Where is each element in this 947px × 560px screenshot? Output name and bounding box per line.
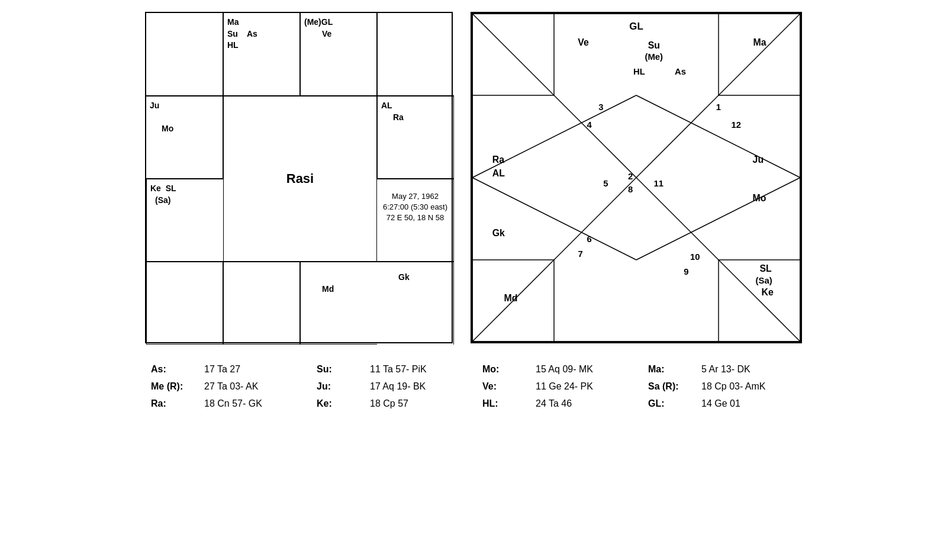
cell-r1c2-hl: HL bbox=[227, 40, 239, 50]
val-mo: 15 Aq 09- MK bbox=[536, 361, 648, 378]
svg-text:5: 5 bbox=[603, 179, 608, 188]
val-ma: 5 Ar 13- DK bbox=[701, 361, 814, 378]
cell-r1c3-megl: (Me)GL bbox=[304, 17, 333, 27]
label-ke: Ke: bbox=[317, 395, 370, 413]
svg-text:10: 10 bbox=[690, 252, 700, 262]
val-sa: 18 Cp 03- AmK bbox=[701, 378, 814, 395]
svg-text:As: As bbox=[675, 67, 686, 76]
svg-text:Ra: Ra bbox=[492, 155, 504, 165]
cell-r3c1-ke: Ke bbox=[150, 184, 161, 193]
label-me: Me (R): bbox=[151, 378, 204, 395]
svg-text:Gk: Gk bbox=[492, 228, 505, 238]
cell-r3c4-date: May 27, 19626:27:00 (5:30 east)72 E 50, … bbox=[383, 192, 447, 222]
val-as: 17 Ta 27 bbox=[204, 361, 317, 378]
label-mo: Mo: bbox=[482, 361, 536, 378]
cell-r1c2: Ma Su As HL bbox=[223, 13, 300, 96]
cell-r4c3: Md bbox=[300, 262, 377, 345]
svg-text:Mo: Mo bbox=[753, 193, 766, 203]
square-rasi-chart: Ma Su As HL (Me)GL Ve Ju Mo Rasi bbox=[145, 12, 453, 343]
data-row-1: As: 17 Ta 27 Su: 11 Ta 57- PiK Mo: 15 Aq… bbox=[151, 361, 796, 378]
rasi-title: Rasi bbox=[286, 168, 314, 189]
cell-r1c1 bbox=[146, 13, 223, 96]
label-ve: Ve: bbox=[482, 378, 536, 395]
val-su: 11 Ta 57- PiK bbox=[370, 361, 482, 378]
diamond-chart: GL Su (Me) HL As Ve Ma 3 4 1 12 Ra AL Ju… bbox=[471, 12, 802, 343]
data-row-2: Me (R): 27 Ta 03- AK Ju: 17 Aq 19- BK Ve… bbox=[151, 378, 796, 395]
svg-text:Md: Md bbox=[504, 293, 518, 303]
svg-text:1: 1 bbox=[716, 102, 721, 112]
svg-text:2: 2 bbox=[628, 172, 633, 181]
data-row-3: Ra: 18 Cn 57- GK Ke: 18 Cp 57 HL: 24 Ta … bbox=[151, 395, 796, 413]
cell-r1c3: (Me)GL Ve bbox=[300, 13, 377, 96]
cell-r2c1: Ju Mo bbox=[146, 96, 223, 179]
label-su: Su: bbox=[317, 361, 370, 378]
label-ju: Ju: bbox=[317, 378, 370, 395]
val-ve: 11 Ge 24- PK bbox=[536, 378, 648, 395]
svg-text:Ju: Ju bbox=[753, 155, 764, 165]
label-as: As: bbox=[151, 361, 204, 378]
label-ra: Ra: bbox=[151, 395, 204, 413]
svg-text:11: 11 bbox=[653, 179, 663, 188]
cell-r3c1-sa: (Sa) bbox=[155, 195, 170, 205]
svg-text:12: 12 bbox=[732, 120, 742, 130]
cell-center: Rasi bbox=[223, 96, 377, 262]
cell-r2c4-ra: Ra bbox=[393, 112, 404, 122]
svg-text:SL: SL bbox=[760, 263, 772, 273]
cell-r1c3-ve: Ve bbox=[322, 29, 331, 38]
svg-text:AL: AL bbox=[492, 168, 505, 178]
cell-r2c4-al: AL bbox=[381, 101, 392, 110]
svg-text:3: 3 bbox=[598, 102, 603, 112]
cell-r3c1: Ke SL (Sa) bbox=[146, 179, 223, 262]
cell-r1c2-ma: Ma bbox=[227, 17, 239, 27]
svg-text:Ma: Ma bbox=[753, 37, 766, 47]
cell-r4c4: Gk bbox=[377, 262, 454, 345]
val-ju: 17 Aq 19- BK bbox=[370, 378, 482, 395]
cell-r2c1-mo: Mo bbox=[162, 124, 173, 133]
cell-r4c1 bbox=[146, 262, 223, 345]
center-rasi-label: Rasi bbox=[286, 168, 314, 189]
val-me: 27 Ta 03- AK bbox=[204, 378, 317, 395]
label-hl: HL: bbox=[482, 395, 536, 413]
cell-r1c4 bbox=[377, 13, 454, 96]
val-hl: 24 Ta 46 bbox=[536, 395, 648, 413]
svg-text:(Sa): (Sa) bbox=[756, 276, 772, 285]
label-gl: GL: bbox=[648, 395, 701, 413]
label-ma: Ma: bbox=[648, 361, 701, 378]
cell-r1c2-su: Su As bbox=[227, 29, 257, 38]
svg-text:Su: Su bbox=[648, 40, 660, 50]
data-table: As: 17 Ta 27 Su: 11 Ta 57- PiK Mo: 15 Aq… bbox=[151, 361, 796, 412]
cell-r4c3-md: Md bbox=[322, 284, 334, 295]
svg-text:(Me): (Me) bbox=[645, 52, 663, 62]
svg-text:4: 4 bbox=[587, 120, 592, 130]
svg-text:Ve: Ve bbox=[578, 37, 589, 47]
cell-r3c4: May 27, 19626:27:00 (5:30 east)72 E 50, … bbox=[377, 179, 454, 262]
svg-text:HL: HL bbox=[633, 67, 645, 76]
svg-text:7: 7 bbox=[578, 249, 583, 259]
cell-r2c4: AL Ra bbox=[377, 96, 454, 179]
cell-r4c4-gk: Gk bbox=[398, 272, 410, 284]
cell-r2c1-ju: Ju bbox=[150, 101, 159, 110]
cell-r3c1-sl: SL bbox=[166, 184, 176, 193]
val-ke: 18 Cp 57 bbox=[370, 395, 482, 413]
svg-text:6: 6 bbox=[587, 234, 591, 244]
label-sa: Sa (R): bbox=[648, 378, 701, 395]
svg-text:8: 8 bbox=[628, 185, 633, 194]
svg-text:Ke: Ke bbox=[761, 287, 773, 297]
diamond-gl-top: GL bbox=[629, 21, 643, 32]
svg-text:9: 9 bbox=[684, 267, 688, 276]
cell-r4c2 bbox=[223, 262, 300, 345]
val-gl: 14 Ge 01 bbox=[701, 395, 814, 413]
val-ra: 18 Cn 57- GK bbox=[204, 395, 317, 413]
